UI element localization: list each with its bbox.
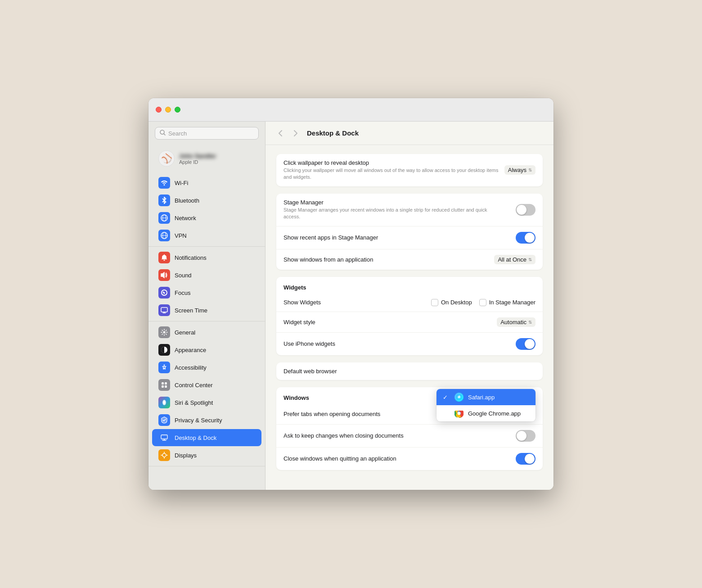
ask-keep-changes-label: Ask to keep changes when closing documen…: [284, 432, 404, 439]
appearance-icon: [158, 344, 170, 356]
system-preferences-window: Search ⚾ John Sandler Apple ID: [148, 98, 554, 490]
settings-scroll[interactable]: Click wallpaper to reveal desktop Clicki…: [266, 145, 554, 490]
sidebar-item-desktop[interactable]: Desktop & Dock: [152, 429, 261, 446]
displays-icon: [158, 449, 170, 461]
sidebar-section-preferences: General Appearance: [148, 321, 265, 466]
sidebar-item-displays[interactable]: Displays: [152, 447, 261, 464]
content-area: Search ⚾ John Sandler Apple ID: [148, 122, 554, 490]
sidebar-label-general: General: [175, 329, 195, 336]
sidebar-label-bluetooth: Bluetooth: [175, 197, 199, 204]
on-desktop-label: On Desktop: [441, 299, 472, 306]
sidebar-label-vpn: VPN: [175, 232, 187, 239]
sidebar-label-siri: Siri & Spotlight: [175, 399, 213, 406]
sidebar-item-controlcenter[interactable]: Control Center: [152, 376, 261, 394]
widgets-section-header: Widgets: [276, 277, 543, 294]
search-icon: [160, 130, 166, 137]
iphone-widgets-toggle[interactable]: [516, 338, 536, 350]
sidebar-item-bluetooth[interactable]: Bluetooth: [152, 192, 261, 209]
widget-style-label: Widget style: [284, 319, 315, 326]
sidebar-item-network[interactable]: Network: [152, 209, 261, 226]
click-wallpaper-row: Click wallpaper to reveal desktop Clicki…: [276, 154, 543, 186]
sound-icon: [158, 269, 170, 281]
titlebar: [148, 98, 554, 122]
sidebar-item-accessibility[interactable]: Accessibility: [152, 359, 261, 376]
show-recent-apps-toggle[interactable]: [516, 232, 536, 244]
accessibility-icon: [158, 362, 170, 373]
sidebar-item-privacy[interactable]: Privacy & Security: [152, 412, 261, 429]
ask-keep-changes-toggle[interactable]: [516, 430, 536, 442]
notifications-icon: [158, 252, 170, 263]
sidebar-section-system: Notifications Sound: [148, 247, 265, 321]
close-button[interactable]: [156, 107, 162, 113]
click-wallpaper-content: Click wallpaper to reveal desktop Clicki…: [284, 159, 504, 181]
select-arrows-icon: ⇅: [528, 167, 532, 172]
ask-keep-changes-row: Ask to keep changes when closing documen…: [276, 425, 543, 448]
traffic-lights: [156, 107, 180, 113]
toggle-knob: [517, 205, 526, 215]
browser-group: Default web browser ✓: [276, 362, 543, 380]
dropdown-chrome[interactable]: Google Chrome.app: [436, 405, 536, 421]
svg-point-19: [163, 401, 165, 404]
sidebar-item-sound[interactable]: Sound: [152, 267, 261, 284]
stage-manager-row: Stage Manager Stage Manager arranges you…: [276, 194, 543, 226]
focus-icon: [158, 287, 170, 299]
fullscreen-button[interactable]: [175, 107, 180, 113]
sidebar-item-notifications[interactable]: Notifications: [152, 249, 261, 266]
widget-style-select[interactable]: Automatic ⇅: [497, 317, 536, 327]
close-windows-row: Close windows when quitting an applicati…: [276, 448, 543, 470]
svg-point-13: [164, 365, 165, 366]
show-windows-row: Show windows from an application All at …: [276, 249, 543, 270]
sidebar-item-general[interactable]: General: [152, 324, 261, 341]
default-browser-label: Default web browser: [284, 368, 337, 375]
show-windows-label: Show windows from an application: [284, 256, 373, 263]
iphone-widgets-label: Use iPhone widgets: [284, 340, 335, 347]
show-recent-apps-label: Show recent apps in Stage Manager: [284, 234, 378, 241]
sidebar-item-vpn[interactable]: VPN: [152, 227, 261, 244]
sidebar-item-screentime[interactable]: Screen Time: [152, 302, 261, 319]
privacy-icon: [158, 414, 170, 426]
safari-label: Safari.app: [468, 394, 495, 401]
toggle-knob: [525, 454, 535, 464]
svg-rect-20: [161, 435, 167, 439]
svg-rect-8: [161, 308, 167, 312]
click-wallpaper-select[interactable]: Always ⇅: [504, 165, 536, 175]
sidebar-item-siri[interactable]: Siri & Spotlight: [152, 394, 261, 411]
sidebar-item-appearance[interactable]: Appearance: [152, 341, 261, 358]
sidebar-label-accessibility: Accessibility: [175, 364, 207, 371]
sidebar-item-apple-id[interactable]: ⚾ John Sandler Apple ID: [152, 147, 261, 170]
minimize-button[interactable]: [165, 107, 171, 113]
click-wallpaper-value: Always: [508, 167, 526, 173]
on-desktop-checkbox[interactable]: [431, 299, 438, 306]
show-windows-select[interactable]: All at Once ⇅: [494, 255, 536, 264]
in-stage-manager-checkbox-item[interactable]: In Stage Manager: [479, 299, 536, 306]
iphone-widgets-row: Use iPhone widgets: [276, 333, 543, 355]
dropdown-safari[interactable]: ✓: [436, 389, 536, 405]
search-bar[interactable]: Search: [155, 127, 259, 140]
forward-button[interactable]: [290, 127, 302, 139]
show-recent-apps-row: Show recent apps in Stage Manager: [276, 226, 543, 249]
checkmark-icon: ✓: [443, 394, 450, 401]
sidebar-item-wifi[interactable]: Wi-Fi: [152, 174, 261, 191]
show-widgets-label: Show Widgets: [284, 299, 321, 306]
on-desktop-checkbox-item[interactable]: On Desktop: [431, 299, 472, 306]
siri-icon: [158, 397, 170, 408]
click-wallpaper-sublabel: Clicking your wallpaper will move all wi…: [284, 167, 500, 181]
browser-dropdown[interactable]: ✓: [436, 389, 536, 421]
sidebar-label-focus: Focus: [175, 289, 190, 296]
close-windows-toggle[interactable]: [516, 453, 536, 465]
in-stage-manager-checkbox[interactable]: [479, 299, 486, 306]
apple-id-sublabel: Apple ID: [179, 159, 216, 165]
svg-rect-15: [165, 382, 167, 384]
svg-point-32: [458, 412, 461, 415]
safari-browser-icon: [454, 393, 464, 402]
stage-manager-toggle[interactable]: [516, 204, 536, 216]
sidebar-item-focus[interactable]: Focus: [152, 284, 261, 301]
back-button[interactable]: [274, 127, 286, 139]
prefer-tabs-label: Prefer tabs when opening documents: [284, 411, 380, 417]
desktop-icon: [158, 432, 170, 443]
wallpaper-group: Click wallpaper to reveal desktop Clicki…: [276, 154, 543, 186]
in-stage-manager-label: In Stage Manager: [489, 299, 536, 306]
stage-manager-content: Stage Manager Stage Manager arranges you…: [284, 199, 516, 221]
widget-style-value: Automatic: [500, 319, 526, 326]
toggle-knob: [525, 339, 535, 349]
